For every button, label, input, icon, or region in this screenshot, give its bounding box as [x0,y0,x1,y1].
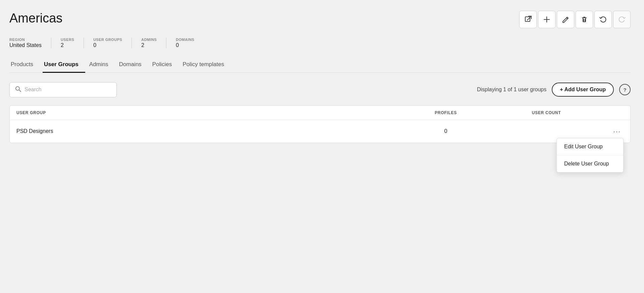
page: Americas [0,0,644,293]
col-header-profiles: PROFILES [395,110,496,115]
undo-button[interactable] [594,11,612,28]
tab-products[interactable]: Products [9,58,40,73]
redo-button[interactable] [613,11,631,28]
search-box [9,82,117,97]
stats-row: REGION United States USERS 2 USER GROUPS… [9,38,631,48]
help-button[interactable]: ? [619,84,631,95]
table-row-wrapper: PSD Designers 0 ··· Edit User Group Dele… [10,120,630,143]
col-header-user-count: USER COUNT [496,110,597,115]
table-header-row: USER GROUP PROFILES USER COUNT [10,106,630,120]
stat-domains-value: 0 [176,42,194,48]
table-row: PSD Designers 0 ··· Edit User Group Dele… [10,120,630,143]
add-user-group-button[interactable]: + Add User Group [552,83,614,97]
stat-admins: ADMINS 2 [141,38,166,48]
add-button[interactable] [538,11,555,28]
more-options-button[interactable]: ··· [610,126,624,137]
tab-policy-templates[interactable]: Policy templates [181,58,231,73]
tab-policies[interactable]: Policies [151,58,179,73]
page-title: Americas [9,11,62,26]
stat-admins-label: ADMINS [141,38,157,42]
stat-user-groups-value: 0 [93,42,122,48]
stat-users: USERS 2 [61,38,84,48]
delete-button[interactable] [576,11,593,28]
svg-rect-0 [525,17,530,21]
stat-users-label: USERS [61,38,74,42]
edit-button[interactable] [557,11,574,28]
cell-profiles: 0 [395,128,496,134]
stat-domains-label: DOMAINS [176,38,194,42]
edit-user-group-item[interactable]: Edit User Group [557,138,623,155]
cell-user-group: PSD Designers [16,128,395,134]
tab-user-groups[interactable]: User Groups [43,58,85,73]
search-input[interactable] [24,87,111,93]
tabs-row: Products User Groups Admins Domains Poli… [9,58,631,73]
actions-bar: Displaying 1 of 1 user groups + Add User… [9,82,631,97]
right-actions: Displaying 1 of 1 user groups + Add User… [477,83,631,97]
stat-domains: DOMAINS 0 [176,38,204,48]
stat-users-value: 2 [61,42,74,48]
stat-user-groups: USER GROUPS 0 [93,38,132,48]
tab-admins[interactable]: Admins [88,58,115,73]
stat-admins-value: 2 [141,42,157,48]
stat-region: REGION United States [9,38,51,48]
table-container: USER GROUP PROFILES USER COUNT PSD Desig… [9,105,631,143]
col-header-user-group: USER GROUP [16,110,395,115]
col-header-actions [597,110,624,115]
header-row: Americas [9,11,631,28]
stat-region-label: REGION [9,38,42,42]
toolbar [519,11,631,28]
svg-line-7 [19,90,21,92]
delete-user-group-item[interactable]: Delete User Group [557,155,623,172]
external-link-button[interactable] [519,11,537,28]
tab-domains[interactable]: Domains [118,58,148,73]
display-count: Displaying 1 of 1 user groups [477,87,546,93]
stat-region-value: United States [9,42,42,48]
content-area: Displaying 1 of 1 user groups + Add User… [9,82,631,143]
search-icon [15,86,21,94]
dropdown-menu: Edit User Group Delete User Group [556,138,624,173]
stat-user-groups-label: USER GROUPS [93,38,122,42]
